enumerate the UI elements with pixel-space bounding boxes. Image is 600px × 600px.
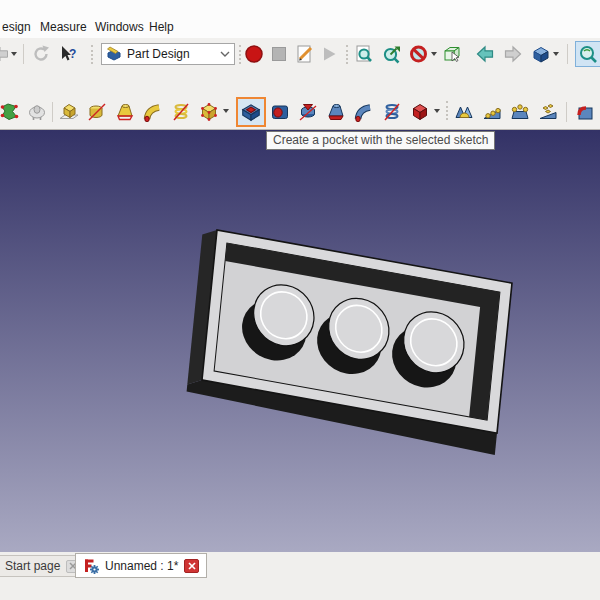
subtractive-primitive-caret-icon[interactable] <box>434 109 440 113</box>
axonometric-view-icon <box>531 44 551 64</box>
view-caret-icon[interactable] <box>553 52 559 56</box>
workbench-partdesign-icon <box>106 46 122 62</box>
select-bounding-box-button[interactable] <box>440 42 464 66</box>
shape-binder-icon <box>0 102 20 122</box>
hole-icon <box>270 102 290 122</box>
macro-stop-button[interactable] <box>267 42 291 66</box>
subtractive-pipe-icon <box>354 102 374 122</box>
draw-style-caret-icon[interactable] <box>431 52 437 56</box>
groove-icon <box>298 102 318 122</box>
shape-binder-button[interactable] <box>0 100 22 124</box>
zoom-to-selection-icon <box>382 44 402 64</box>
tooltip: Create a pocket with the selected sketch <box>266 131 495 150</box>
macro-edit-icon <box>295 44 315 64</box>
3d-viewport[interactable] <box>0 130 600 552</box>
freecad-window: esign Measure Windows Help <box>0 0 600 600</box>
pocket-icon <box>240 101 262 123</box>
subtractive-loft-button[interactable] <box>324 100 348 124</box>
toolbar-main: ? Part Design <box>0 42 600 70</box>
mirrored-button[interactable] <box>452 100 476 124</box>
workbench-selector[interactable]: Part Design <box>101 43 235 65</box>
toolbar-drag-handle[interactable] <box>346 45 350 64</box>
nav-forward-icon <box>503 44 523 64</box>
nav-back-button[interactable] <box>473 42 497 66</box>
macro-record-icon <box>244 44 264 64</box>
tab-unnamed-document-close-button[interactable] <box>184 559 199 573</box>
menu-bar: esign Measure Windows Help <box>0 0 600 38</box>
draw-style-button[interactable] <box>407 42 431 66</box>
macro-record-button[interactable] <box>242 42 266 66</box>
toolbar-area: ? Part Design <box>0 38 600 130</box>
menu-measure[interactable]: Measure <box>40 20 87 34</box>
macro-edit-button[interactable] <box>293 42 317 66</box>
additive-helix-icon <box>171 102 191 122</box>
revolution-icon <box>87 102 107 122</box>
menu-windows[interactable]: Windows <box>95 20 144 34</box>
additive-helix-button[interactable] <box>169 100 193 124</box>
linear-pattern-icon <box>482 102 502 122</box>
fillet-button[interactable] <box>573 100 597 124</box>
whats-this-button[interactable]: ? <box>56 42 80 66</box>
subtractive-primitive-button[interactable] <box>408 100 432 124</box>
chevron-down-icon <box>220 50 230 58</box>
sync-view-icon <box>577 43 599 65</box>
tab-unnamed-document-label: Unnamed : 1* <box>105 559 178 573</box>
nav-dropdown-caret-icon[interactable] <box>11 52 17 56</box>
close-icon <box>188 562 196 570</box>
multitransform-button[interactable] <box>536 100 560 124</box>
toolbar-drag-handle[interactable] <box>91 45 95 64</box>
pocket-button[interactable] <box>236 97 266 127</box>
draw-style-icon <box>409 44 429 64</box>
macro-play-button[interactable] <box>317 42 341 66</box>
polar-pattern-icon <box>510 102 530 122</box>
pad-button[interactable] <box>57 100 81 124</box>
toolbar-partdesign <box>0 97 600 129</box>
additive-primitive-caret-icon[interactable] <box>223 109 229 113</box>
toolbar-drag-handle[interactable] <box>446 101 450 120</box>
additive-loft-button[interactable] <box>113 100 137 124</box>
workbench-selector-value: Part Design <box>127 47 215 61</box>
additive-loft-icon <box>115 102 135 122</box>
additive-pipe-icon <box>143 102 163 122</box>
macro-stop-icon <box>269 44 289 64</box>
toolbar-separator <box>566 102 567 122</box>
nav-forward-button[interactable] <box>501 42 525 66</box>
toolbar-separator <box>23 44 24 64</box>
tab-unnamed-document[interactable]: Unnamed : 1* <box>75 553 207 578</box>
fit-all-icon <box>354 44 374 64</box>
groove-button[interactable] <box>296 100 320 124</box>
additive-primitive-button[interactable] <box>197 100 221 124</box>
macro-play-icon <box>319 44 339 64</box>
revolution-button[interactable] <box>85 100 109 124</box>
linear-pattern-button[interactable] <box>480 100 504 124</box>
axonometric-view-button[interactable] <box>529 42 553 66</box>
model-canvas <box>0 130 600 552</box>
document-tab-bar: Start page Unnamed : 1* <box>0 552 600 600</box>
additive-pipe-button[interactable] <box>141 100 165 124</box>
clone-sheep-icon <box>27 102 47 122</box>
hole-button[interactable] <box>268 100 292 124</box>
nav-arrow-partial-icon <box>0 44 10 64</box>
refresh-icon <box>31 44 51 64</box>
pad-icon <box>59 102 79 122</box>
additive-primitive-icon <box>199 102 219 122</box>
model-plate[interactable] <box>186 227 512 455</box>
subtractive-primitive-icon <box>410 102 430 122</box>
mirrored-icon <box>454 102 474 122</box>
polar-pattern-button[interactable] <box>508 100 532 124</box>
menu-design[interactable]: esign <box>2 20 31 34</box>
subtractive-helix-button[interactable] <box>380 100 404 124</box>
refresh-button[interactable] <box>29 42 53 66</box>
whats-this-icon: ? <box>58 44 78 64</box>
menu-help[interactable]: Help <box>149 20 174 34</box>
clone-button[interactable] <box>25 100 49 124</box>
svg-text:?: ? <box>69 47 76 61</box>
subtractive-pipe-button[interactable] <box>352 100 376 124</box>
sync-view-button[interactable] <box>575 41 600 67</box>
toolbar-separator <box>52 102 53 122</box>
subtractive-helix-icon <box>382 102 402 122</box>
tab-start-page-label: Start page <box>5 559 60 573</box>
tab-start-page[interactable]: Start page <box>0 555 86 577</box>
fit-all-button[interactable] <box>352 42 376 66</box>
zoom-to-selection-button[interactable] <box>380 42 404 66</box>
